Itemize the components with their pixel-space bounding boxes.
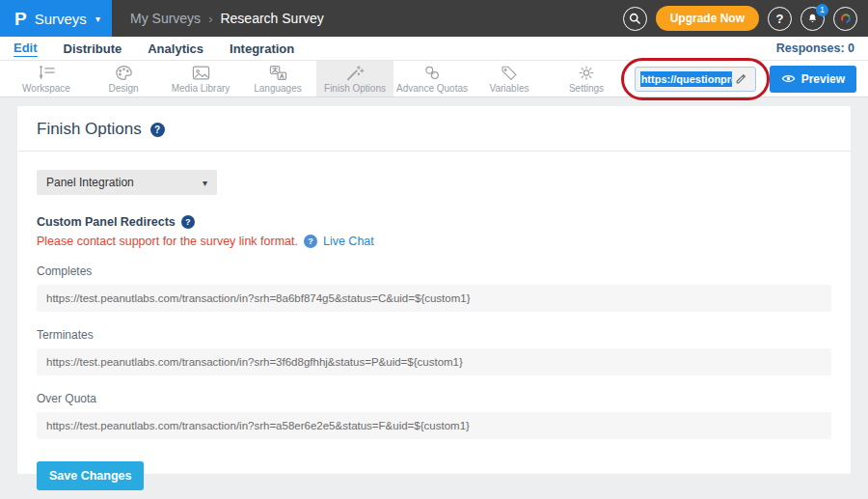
- surveys-product-menu[interactable]: P Surveys ▾: [0, 0, 112, 37]
- responses-count: Responses: 0: [776, 42, 854, 55]
- live-chat-help-icon[interactable]: ?: [304, 235, 317, 248]
- finish-options-card: Finish Options ? Panel Integration ▾ Cus…: [17, 106, 851, 474]
- notification-badge: 1: [816, 4, 828, 16]
- toolbar-item-label: Variables: [490, 83, 529, 94]
- toolbar-item-advance-quotas[interactable]: Advance Quotas: [393, 61, 471, 97]
- toolbar-item-variables[interactable]: Variables: [471, 61, 548, 97]
- finish-options-wand-icon: [345, 65, 366, 81]
- custom-redirects-help-icon[interactable]: ?: [181, 215, 195, 229]
- toolbar-item-label: Workspace: [22, 83, 70, 94]
- variables-tag-icon: [500, 65, 519, 81]
- toolbar-item-media-library[interactable]: Media Library: [162, 61, 239, 97]
- toolbar-item-label: Media Library: [172, 83, 231, 94]
- edit-toolbar: Workspace Design Media Library Languages…: [0, 60, 868, 97]
- chevron-down-icon: ▾: [95, 14, 100, 24]
- toolbar-item-languages[interactable]: Languages: [239, 61, 316, 97]
- design-palette-icon: [115, 65, 133, 81]
- card-header: Finish Options ?: [17, 106, 851, 152]
- toolbar-item-workspace[interactable]: Workspace: [8, 61, 85, 97]
- live-chat-link[interactable]: Live Chat: [323, 235, 374, 248]
- media-library-icon: [191, 65, 211, 81]
- breadcrumb-separator-icon: ›: [208, 12, 212, 26]
- completes-label: Completes: [37, 264, 831, 278]
- search-icon: [628, 12, 641, 25]
- app-menu-label: Surveys: [35, 11, 87, 27]
- eye-icon: [781, 73, 796, 84]
- survey-url-selected-text: https://questionpro.com/t/A: [640, 71, 732, 87]
- advance-quotas-link-icon: [422, 65, 443, 81]
- completes-url-field[interactable]: https://test.peanutlabs.com/transaction/…: [37, 285, 831, 312]
- save-changes-button[interactable]: Save Changes: [37, 461, 144, 490]
- toolbar-spacer: [625, 61, 635, 97]
- help-button[interactable]: ?: [768, 7, 792, 31]
- chevron-down-icon: ▾: [203, 178, 207, 188]
- account-avatar[interactable]: [833, 7, 857, 31]
- toolbar-item-label: Settings: [569, 83, 604, 94]
- notifications-button[interactable]: 1: [800, 7, 825, 31]
- breadcrumb-current-survey: Research Survey: [220, 11, 323, 26]
- over-quota-url-field[interactable]: https://test.peanutlabs.com/transaction/…: [37, 412, 831, 439]
- search-button[interactable]: [623, 7, 647, 31]
- terminates-url-field[interactable]: https://test.peanutlabs.com/transaction/…: [37, 348, 831, 375]
- section-header: Custom Panel Redirects ?: [37, 215, 831, 229]
- workspace-icon: [37, 65, 57, 81]
- nav-tab-distribute[interactable]: Distribute: [64, 42, 122, 56]
- question-mark-icon: ?: [776, 12, 784, 26]
- dropdown-selected-value: Panel Integration: [46, 176, 134, 189]
- languages-icon: [268, 65, 288, 81]
- nav-tab-integration[interactable]: Integration: [230, 42, 294, 56]
- support-note-text: Please contact support for the survey li…: [37, 235, 298, 248]
- finish-options-help-icon[interactable]: ?: [150, 123, 165, 137]
- topbar-actions: Upgrade Now ? 1: [623, 6, 868, 31]
- preview-button-label: Preview: [801, 72, 845, 86]
- survey-nav: Edit Distribute Analytics Integration Re…: [0, 37, 868, 60]
- edit-url-pencil-icon[interactable]: [735, 72, 747, 85]
- survey-url-area: https://questionpro.com/t/A: [635, 67, 756, 92]
- page-background: Finish Options ? Panel Integration ▾ Cus…: [0, 97, 868, 499]
- upgrade-now-button[interactable]: Upgrade Now: [656, 6, 759, 31]
- breadcrumb-my-surveys[interactable]: My Surveys: [130, 11, 201, 26]
- card-body: Panel Integration ▾ Custom Panel Redirec…: [17, 152, 851, 499]
- toolbar-item-finish-options[interactable]: Finish Options: [316, 61, 393, 97]
- top-bar: P Surveys ▾ My Surveys › Research Survey…: [0, 0, 868, 37]
- toolbar-item-label: Design: [108, 83, 138, 94]
- settings-gear-icon: [578, 65, 595, 81]
- toolbar-item-label: Advance Quotas: [396, 83, 468, 94]
- preview-button[interactable]: Preview: [770, 66, 856, 93]
- section-title: Custom Panel Redirects: [37, 215, 176, 229]
- toolbar-item-label: Finish Options: [324, 83, 386, 94]
- support-note-row: Please contact support for the survey li…: [37, 235, 831, 248]
- breadcrumb: My Surveys › Research Survey: [130, 11, 324, 26]
- nav-tab-analytics[interactable]: Analytics: [148, 42, 203, 56]
- toolbar-item-label: Languages: [254, 83, 302, 94]
- over-quota-label: Over Quota: [37, 392, 831, 405]
- toolbar-item-design[interactable]: Design: [85, 61, 162, 97]
- questionpro-logo: P: [14, 10, 27, 28]
- panel-integration-dropdown[interactable]: Panel Integration ▾: [37, 170, 217, 195]
- toolbar-item-settings[interactable]: Settings: [548, 61, 625, 97]
- nav-tab-edit[interactable]: Edit: [14, 41, 38, 57]
- page-title: Finish Options: [37, 120, 142, 139]
- survey-url-input[interactable]: https://questionpro.com/t/A: [635, 67, 756, 92]
- avatar-logo-icon: [838, 11, 854, 26]
- terminates-label: Terminates: [37, 328, 831, 342]
